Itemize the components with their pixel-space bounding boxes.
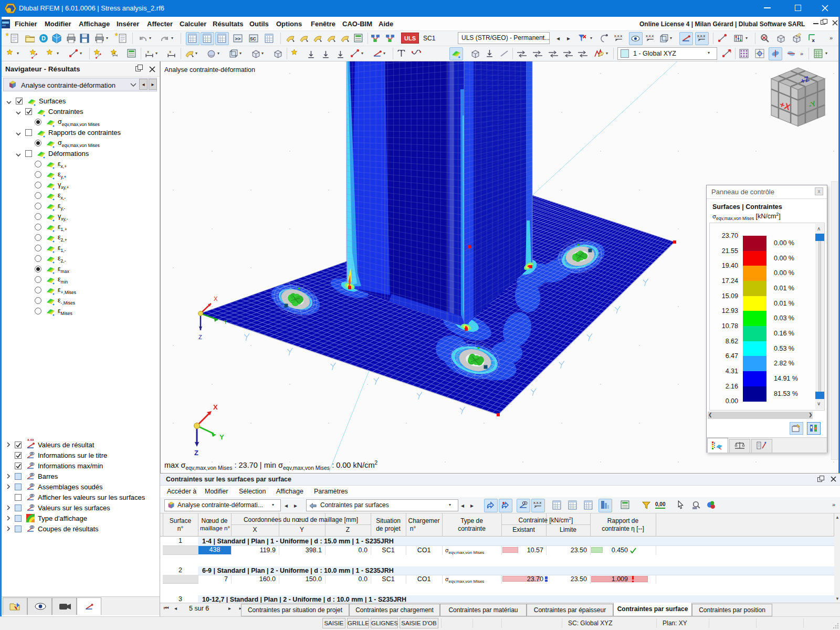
svg-text:X: X xyxy=(213,403,218,411)
svg-text:Z: Z xyxy=(194,449,198,457)
svg-text:D: D xyxy=(41,35,46,41)
svg-text:X: X xyxy=(214,296,218,302)
svg-text:Y: Y xyxy=(219,433,224,441)
svg-text:Y: Y xyxy=(224,319,228,325)
svg-text:Z: Z xyxy=(198,334,202,340)
